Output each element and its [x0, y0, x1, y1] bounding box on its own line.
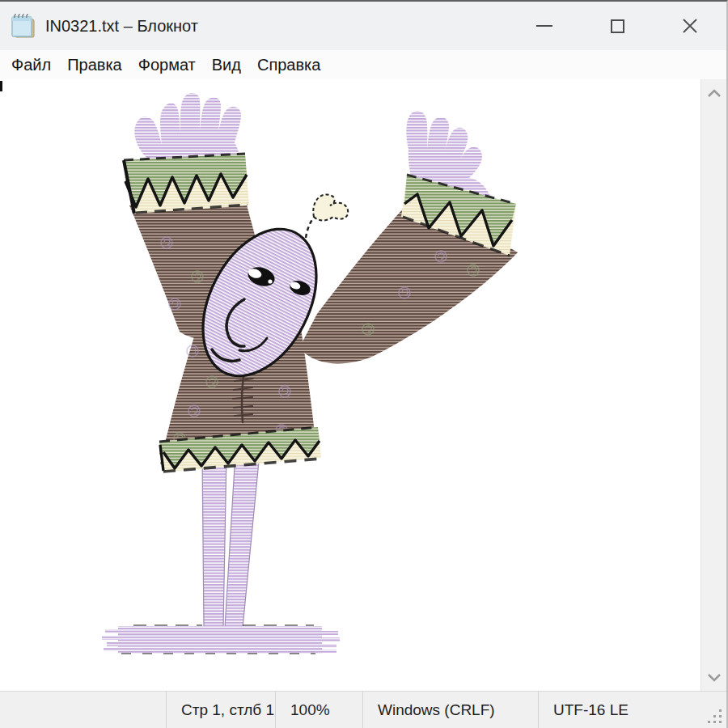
window-title: IN0321.txt – Блокнот — [45, 17, 508, 36]
menu-item-edit[interactable]: Правка — [59, 53, 130, 77]
menu-item-help[interactable]: Справка — [249, 53, 328, 77]
menu-bar: Файл Правка Формат Вид Справка — [0, 50, 726, 79]
status-encoding: UTF-16 LE — [538, 692, 726, 728]
maximize-icon — [611, 19, 624, 33]
title-bar[interactable]: IN0321.txt – Блокнот — [0, 2, 726, 50]
menu-item-format[interactable]: Формат — [130, 53, 204, 77]
close-icon — [681, 17, 699, 35]
menu-item-view[interactable]: Вид — [204, 53, 249, 77]
status-cell-empty — [0, 692, 166, 728]
maximize-button[interactable] — [581, 2, 654, 50]
chevron-up-icon — [707, 89, 722, 98]
notepad-window: IN0321.txt – Блокнот Файл Правка Формат … — [0, 0, 728, 728]
resize-grip[interactable] — [706, 708, 724, 726]
minimize-icon — [536, 25, 552, 27]
window-controls — [508, 2, 726, 50]
vertical-scrollbar[interactable] — [700, 79, 726, 691]
status-bar: Стр 1, стлб 1 100% Windows (CRLF) UTF-16… — [0, 691, 726, 728]
status-zoom-level: 100% — [275, 692, 362, 728]
notepad-icon — [8, 11, 37, 40]
minimize-button[interactable] — [508, 2, 581, 50]
status-line-ending: Windows (CRLF) — [362, 692, 538, 728]
close-button[interactable] — [654, 2, 726, 50]
chevron-down-icon — [707, 673, 722, 682]
scrollbar-track[interactable] — [701, 107, 726, 663]
scroll-down-button[interactable] — [701, 663, 726, 691]
scroll-up-button[interactable] — [701, 79, 726, 107]
status-cursor-position: Стр 1, стлб 1 — [166, 692, 275, 728]
text-area[interactable] — [0, 79, 700, 691]
menu-item-file[interactable]: Файл — [3, 53, 59, 77]
content-area — [0, 79, 726, 691]
character-illustration — [0, 79, 700, 691]
